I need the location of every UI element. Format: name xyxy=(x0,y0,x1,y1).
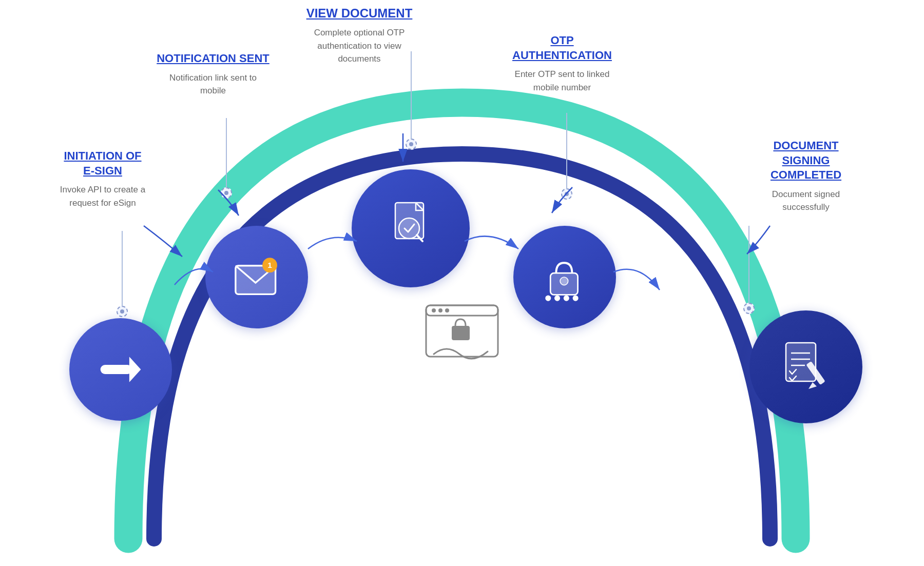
step-2-circle: 1 xyxy=(205,226,308,328)
center-esign-icon xyxy=(421,298,503,369)
svg-text:✱: ✱ xyxy=(554,295,560,302)
dot-connector-1 xyxy=(117,306,128,317)
flow-arrow-2-3 xyxy=(303,221,364,257)
svg-marker-1 xyxy=(129,357,141,382)
svg-text:✱: ✱ xyxy=(564,295,569,302)
step-5-label: DOCUMENTSIGNINGCOMPLETED Document signed… xyxy=(739,139,873,214)
line-2 xyxy=(226,118,227,188)
step-5-circle xyxy=(749,310,862,423)
flow-arrow-3-4 xyxy=(459,221,526,257)
svg-rect-0 xyxy=(101,365,132,374)
arrow-4 xyxy=(544,182,580,218)
svg-text:1: 1 xyxy=(267,261,272,269)
step-1-label: INITIATION OF E-SIGN Invoke API to creat… xyxy=(31,149,175,209)
step-4-label: OTPAUTHENTICATION Enter OTP sent to link… xyxy=(495,33,629,94)
step-3-circle xyxy=(352,169,470,287)
svg-point-32 xyxy=(438,308,442,313)
flow-arrow-1-2 xyxy=(169,251,221,292)
arrow-5 xyxy=(737,221,778,262)
svg-point-12 xyxy=(560,277,568,285)
svg-marker-27 xyxy=(808,382,817,389)
svg-point-31 xyxy=(432,308,436,313)
step-1-circle xyxy=(69,318,172,421)
arrow-2 xyxy=(210,185,246,221)
flow-arrow-4-5 xyxy=(608,251,665,298)
svg-text:✱: ✱ xyxy=(545,295,551,302)
step-4-circle: ✱ ✱ ✱ ✱ xyxy=(513,226,616,328)
arrow-3 xyxy=(388,131,424,167)
svg-rect-30 xyxy=(426,305,498,316)
line-1 xyxy=(122,231,123,306)
svg-point-33 xyxy=(445,308,449,313)
step-2-label: NOTIFICATION SENT Notification link sent… xyxy=(144,51,282,97)
svg-text:✱: ✱ xyxy=(573,295,579,302)
svg-rect-34 xyxy=(452,326,470,340)
diagram-container: INITIATION OF E-SIGN Invoke API to creat… xyxy=(0,0,924,566)
line-4 xyxy=(566,113,567,189)
dot-connector-5 xyxy=(743,303,755,314)
step-3-label: VIEW DOCUMENT Complete optional OTPauthe… xyxy=(287,5,431,66)
